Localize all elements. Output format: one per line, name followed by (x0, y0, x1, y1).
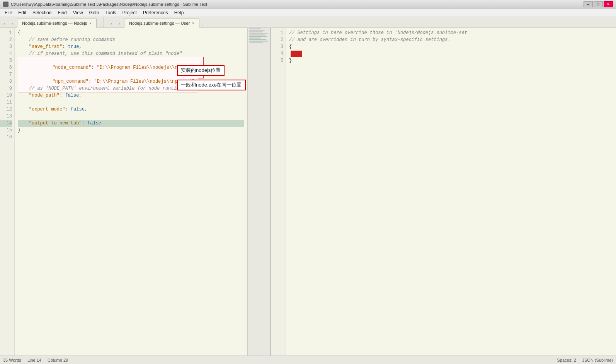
left-code-content[interactable]: { // save before running commands "save_… (15, 28, 247, 355)
code-line-16 (18, 134, 244, 141)
menubar: File Edit Selection Find View Goto Tools… (0, 9, 616, 17)
code-line-4: // if present, use this command instead … (18, 50, 244, 57)
right-tab-label: Nodejs.sublime-settings — User (129, 21, 190, 26)
left-tab-close[interactable]: × (89, 21, 92, 26)
statusbar: 35 Words Line 14 Column 29 Spaces: 2 JSO… (0, 355, 616, 364)
window-controls[interactable]: ─ □ ✕ (584, 1, 613, 7)
code-line-13 (18, 113, 244, 120)
close-button[interactable]: ✕ (604, 1, 613, 7)
status-column: Column 29 (48, 358, 68, 362)
titlebar: C:\Users\wy\AppData\Roaming\Sublime Text… (0, 0, 616, 9)
maximize-button[interactable]: □ (594, 1, 603, 7)
code-line-11 (18, 99, 244, 106)
code-line-2: // save before running commands (18, 36, 244, 43)
menu-project[interactable]: Project (119, 9, 140, 16)
menu-view[interactable]: View (70, 9, 86, 16)
menu-edit[interactable]: Edit (15, 9, 29, 16)
right-pane[interactable]: 1 2 3 4 5 // Settings in here override t… (271, 28, 616, 355)
right-nav-prev[interactable]: ‹ (108, 21, 115, 28)
line-num-14: 14 (0, 120, 12, 127)
title-text: C:\Users\wy\AppData\Roaming\Sublime Text… (11, 2, 584, 7)
code-line-1: { (18, 29, 244, 36)
right-line-numbers: 1 2 3 4 5 (271, 28, 286, 355)
right-code-line-5: } (289, 57, 613, 64)
left-pane[interactable]: 1 2 3 4 5 6 7 8 9 10 11 12 13 14 15 16 (0, 28, 271, 355)
line-num-2: 2 (0, 36, 12, 43)
right-code-line-2: // and are overridden in turn by syntax-… (289, 36, 613, 43)
code-line-12: "expert_mode": false, (18, 106, 244, 113)
code-line-10: "node_path": false, (18, 92, 244, 99)
line-num-7: 7 (0, 71, 12, 78)
menu-preferences[interactable]: Preferences (140, 9, 171, 16)
right-code-line-1: // Settings in here override those in "N… (289, 29, 613, 36)
menu-goto[interactable]: Goto (86, 9, 102, 16)
right-code-line-3: { (289, 43, 613, 50)
menu-find[interactable]: Find (54, 9, 70, 16)
annotation-node-command: 安装的nodejs位置 (177, 65, 225, 76)
left-tab-section: ‹ › Nodejs.sublime-settings — Nodejs × ⋮ (0, 17, 104, 28)
right-tab-close[interactable]: × (192, 21, 194, 26)
line-num-9: 9 (0, 85, 12, 92)
right-tab[interactable]: Nodejs.sublime-settings — User × (124, 19, 199, 28)
line-num-6: 6 (0, 64, 12, 71)
left-nav-next[interactable]: › (9, 21, 16, 28)
editor-container: 1 2 3 4 5 6 7 8 9 10 11 12 13 14 15 16 (0, 28, 616, 355)
menu-selection[interactable]: Selection (29, 9, 54, 16)
line-num-3: 3 (0, 43, 12, 50)
left-code-area: 1 2 3 4 5 6 7 8 9 10 11 12 13 14 15 16 (0, 28, 271, 355)
left-minimap (247, 28, 271, 355)
tab-bar: ‹ › Nodejs.sublime-settings — Nodejs × ⋮… (0, 17, 616, 28)
line-num-16: 16 (0, 134, 12, 141)
red-square (291, 51, 302, 57)
right-code-area: 1 2 3 4 5 // Settings in here override t… (271, 28, 616, 355)
left-tab-label: Nodejs.sublime-settings — Nodejs (22, 21, 87, 26)
menu-tools[interactable]: Tools (102, 9, 119, 16)
status-spaces[interactable]: Spaces: 2 (557, 358, 576, 362)
line-num-11: 11 (0, 99, 12, 106)
right-tab-more[interactable]: ⋮ (199, 21, 206, 28)
app-icon (3, 2, 9, 7)
line-num-5: 5 (0, 57, 12, 64)
line-num-13: 13 (0, 113, 12, 120)
line-num-10: 10 (0, 92, 12, 99)
annotation-npm-command: 一般和node.exe在同一位置 (177, 80, 246, 90)
line-num-4: 4 (0, 50, 12, 57)
status-words: 35 Words (3, 358, 21, 362)
right-code-content[interactable]: // Settings in here override those in "N… (286, 28, 616, 355)
status-syntax[interactable]: JSON (Sublime) (582, 358, 613, 362)
left-tab-more[interactable]: ⋮ (97, 21, 104, 28)
status-line: Line 14 (27, 358, 41, 362)
line-num-12: 12 (0, 106, 12, 113)
menu-file[interactable]: File (2, 9, 15, 16)
left-nav-prev[interactable]: ‹ (1, 21, 8, 28)
code-line-14: "output_to_new_tab": false (18, 120, 244, 127)
code-line-3: "save_first": true, (18, 43, 244, 50)
line-num-8: 8 (0, 78, 12, 85)
left-tab[interactable]: Nodejs.sublime-settings — Nodejs × (17, 19, 97, 28)
line-num-1: 1 (0, 29, 12, 36)
code-line-15: } (18, 127, 244, 134)
left-line-numbers: 1 2 3 4 5 6 7 8 9 10 11 12 13 14 15 16 (0, 28, 15, 355)
right-tab-section: ‹ › Nodejs.sublime-settings — User × ⋮ (104, 17, 206, 28)
right-nav-next[interactable]: › (116, 21, 123, 28)
statusbar-right: Spaces: 2 JSON (Sublime) (557, 358, 613, 362)
line-num-15: 15 (0, 127, 12, 134)
minimize-button[interactable]: ─ (584, 1, 593, 7)
right-code-line-4 (289, 50, 613, 57)
menu-help[interactable]: Help (171, 9, 187, 16)
